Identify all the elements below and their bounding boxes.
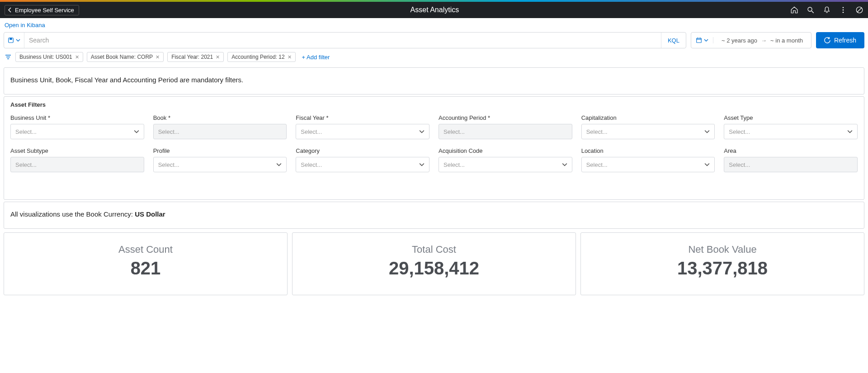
- calendar-button[interactable]: [691, 37, 713, 43]
- date-to: ~ in a month: [770, 37, 803, 44]
- filter-chip[interactable]: Business Unit: US001✕: [15, 52, 83, 62]
- refresh-icon: [824, 37, 830, 43]
- filter-select[interactable]: Select...: [296, 157, 429, 172]
- metric-value: 13,377,818: [585, 258, 859, 279]
- filter-select[interactable]: Select...: [581, 124, 715, 139]
- refresh-button[interactable]: Refresh: [816, 32, 864, 48]
- metric-card: Asset Count821: [4, 232, 288, 295]
- close-icon[interactable]: ✕: [216, 54, 220, 60]
- filter-chip[interactable]: Asset Book Name: CORP✕: [87, 52, 164, 62]
- metric-card: Net Book Value13,377,818: [580, 232, 864, 295]
- filter-label: Category: [296, 147, 429, 154]
- filter-select[interactable]: Select...: [724, 124, 858, 139]
- more-vertical-icon[interactable]: [839, 6, 847, 14]
- filter-placeholder: Select...: [443, 128, 465, 135]
- chevron-down-icon: [419, 129, 425, 134]
- chevron-down-icon: [704, 162, 710, 167]
- svg-point-0: [808, 7, 812, 11]
- date-from: ~ 2 years ago: [722, 37, 757, 44]
- filter-chip-label: Accounting Period: 12: [231, 54, 284, 60]
- home-icon[interactable]: [790, 6, 798, 14]
- filter-chip-label: Business Unit: US001: [19, 54, 72, 60]
- chevron-down-icon: [16, 38, 20, 42]
- date-range-picker: ~ 2 years ago → ~ in a month: [691, 32, 811, 48]
- metric-label: Asset Count: [9, 244, 283, 255]
- filter-field: Accounting Period *Select...: [439, 114, 572, 139]
- svg-line-1: [811, 11, 814, 13]
- svg-point-3: [843, 9, 844, 11]
- close-icon[interactable]: ✕: [156, 54, 160, 60]
- filter-label: Asset Subtype: [10, 147, 144, 154]
- filter-field: ProfileSelect...: [153, 147, 287, 172]
- svg-line-6: [857, 8, 862, 13]
- filter-settings-icon[interactable]: [5, 53, 12, 61]
- asset-filters-panel: Asset Filters Business Unit *Select...Bo…: [4, 96, 864, 200]
- filter-placeholder: Select...: [158, 128, 179, 135]
- filter-field: Business Unit *Select...: [10, 114, 144, 139]
- metric-value: 821: [9, 258, 283, 279]
- add-filter-button[interactable]: + Add filter: [299, 52, 333, 62]
- filter-label: Profile: [153, 147, 287, 154]
- metric-card: Total Cost29,158,412: [292, 232, 576, 295]
- back-button-label: Employee Self Service: [15, 7, 74, 14]
- filter-chip-label: Fiscal Year: 2021: [171, 54, 213, 60]
- filter-field: CapitalizationSelect...: [581, 114, 715, 139]
- filter-label: Asset Type: [724, 114, 858, 121]
- filter-label: Acquisition Code: [439, 147, 572, 154]
- filter-chip[interactable]: Fiscal Year: 2021✕: [167, 52, 224, 62]
- filter-chip[interactable]: Accounting Period: 12✕: [227, 52, 295, 62]
- chevron-down-icon: [419, 162, 425, 167]
- open-in-kibana-link[interactable]: Open in Kibana: [0, 18, 50, 32]
- search-icon[interactable]: [807, 6, 815, 14]
- search-input[interactable]: [24, 33, 661, 48]
- filter-select[interactable]: Select...: [439, 157, 572, 172]
- chevron-down-icon: [276, 162, 282, 167]
- filter-label: Fiscal Year *: [296, 114, 429, 121]
- chevron-down-icon: [847, 129, 853, 134]
- filter-select[interactable]: Select...: [153, 157, 287, 172]
- filter-placeholder: Select...: [15, 128, 37, 135]
- filter-chips-row: Business Unit: US001✕Asset Book Name: CO…: [0, 48, 868, 66]
- metric-label: Total Cost: [297, 244, 571, 255]
- chevron-down-icon: [562, 162, 567, 167]
- filter-placeholder: Select...: [301, 128, 322, 135]
- filter-select[interactable]: Select...: [10, 124, 144, 139]
- metrics-row: Asset Count821Total Cost29,158,412Net Bo…: [0, 231, 868, 300]
- svg-rect-9: [697, 38, 702, 43]
- currency-value: US Dollar: [135, 210, 165, 218]
- page-title: Asset Analytics: [79, 6, 790, 14]
- filter-placeholder: Select...: [729, 128, 750, 135]
- close-icon[interactable]: ✕: [75, 54, 79, 60]
- filter-select: Select...: [439, 124, 572, 139]
- saved-query-button[interactable]: [4, 33, 24, 48]
- filter-placeholder: Select...: [586, 128, 608, 135]
- filters-grid: Business Unit *Select...Book *Select...F…: [10, 114, 858, 172]
- filter-select[interactable]: Select...: [581, 157, 715, 172]
- filter-placeholder: Select...: [158, 161, 179, 168]
- compass-icon[interactable]: [855, 6, 863, 14]
- filters-panel-title: Asset Filters: [10, 101, 858, 108]
- filter-select[interactable]: Select...: [296, 124, 429, 139]
- filter-field: Book *Select...: [153, 114, 287, 139]
- chips-container: Business Unit: US001✕Asset Book Name: CO…: [15, 52, 296, 62]
- filter-field: Asset SubtypeSelect...: [10, 147, 144, 172]
- bell-icon[interactable]: [823, 6, 831, 14]
- filter-label: Location: [581, 147, 715, 154]
- filter-placeholder: Select...: [301, 161, 322, 168]
- chevron-down-icon: [134, 129, 139, 134]
- filter-label: Business Unit *: [10, 114, 144, 121]
- app-header: Employee Self Service Asset Analytics: [0, 2, 868, 18]
- metric-label: Net Book Value: [585, 244, 859, 255]
- filter-chip-label: Asset Book Name: CORP: [91, 54, 153, 60]
- date-arrow: →: [761, 37, 767, 44]
- filter-select: Select...: [10, 157, 144, 172]
- filter-placeholder: Select...: [729, 161, 750, 168]
- currency-notice: All visualizations use the Book Currency…: [4, 202, 864, 229]
- header-icon-group: [790, 6, 863, 14]
- filter-label: Capitalization: [581, 114, 715, 121]
- date-range-display[interactable]: ~ 2 years ago → ~ in a month: [713, 37, 811, 44]
- svg-rect-8: [9, 38, 12, 40]
- close-icon[interactable]: ✕: [288, 54, 292, 60]
- kql-toggle[interactable]: KQL: [661, 33, 686, 48]
- back-button[interactable]: Employee Self Service: [5, 5, 79, 15]
